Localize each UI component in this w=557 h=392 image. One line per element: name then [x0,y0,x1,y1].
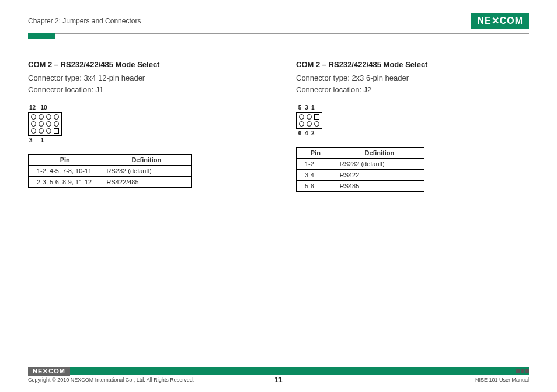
connector-type-right: Connector type: 2x3 6-pin header [296,72,529,84]
table-row: 2-3, 5-6, 8-9, 11-12 RS422/485 [29,177,192,188]
definition-table-j2: Pin Definition 1-2 RS232 (default) 3-4 R… [296,147,424,192]
pin-diagram-j2: 5 3 1 6 4 2 [296,104,529,136]
pin-box-j2 [296,112,322,129]
table-header-def: Definition [335,148,424,159]
connector-location-right: Connector location: J2 [296,84,529,96]
document-name: NISE 101 User Manual [475,377,529,383]
section-title-left: COM 2 – RS232/422/485 Mode Select [28,60,261,69]
footer-bar: NE✕COM [28,367,529,375]
chapter-title: Chapter 2: Jumpers and Connectors [28,17,141,25]
table-row: 5-6 RS485 [297,181,424,192]
connector-location-left: Connector location: J1 [28,84,261,96]
accent-tab [28,33,55,39]
footer-marks-icon [516,369,529,373]
table-row: 3-4 RS422 [297,170,424,181]
table-header-def: Definition [102,155,191,166]
table-row: 1-2, 4-5, 7-8, 10-11 RS232 (default) [29,166,192,177]
table-header-pin: Pin [297,148,335,159]
brand-logo: NE✕COM [471,13,529,29]
definition-table-j1: Pin Definition 1-2, 4-5, 7-8, 10-11 RS23… [28,154,192,188]
connector-type-left: Connector type: 3x4 12-pin header [28,72,261,84]
table-row: 1-2 RS232 (default) [297,159,424,170]
copyright-text: Copyright © 2010 NEXCOM International Co… [28,377,194,383]
logo-x-icon: ✕ [492,15,500,26]
section-title-right: COM 2 – RS232/422/485 Mode Select [296,60,529,69]
pin-label-top-j1: 12 10 [28,104,261,111]
pin-label-top-j2: 5 3 1 [296,104,529,111]
pin-label-bot-j2: 6 4 2 [296,130,529,136]
footer-logo: NE✕COM [28,367,70,376]
header-rule [28,33,529,34]
pin-diagram-j1: 12 10 3 1 [28,104,261,144]
pin-label-bot-j1: 3 1 [28,137,261,144]
pin-box-j1 [28,112,62,136]
page-number: 11 [274,376,282,384]
table-header-pin: Pin [29,155,102,166]
